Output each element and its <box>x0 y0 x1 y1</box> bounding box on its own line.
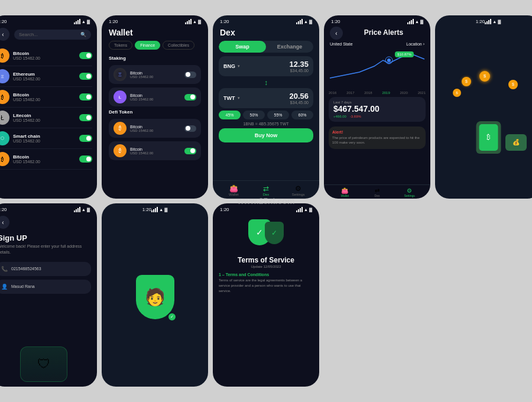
token-chevron-1: ▾ <box>238 64 240 69</box>
bottom-nav-dex: 👛 Wallet ⇄ Dex ⚙ Settings <box>213 180 319 199</box>
back-button-pa[interactable]: ‹ <box>330 27 343 40</box>
battery-icon-5: ▓ <box>498 20 501 24</box>
battery-icon-3: ▓ <box>309 20 312 24</box>
token-row-1[interactable]: BNG ▾ 12.35 $34,45.00 <box>219 56 313 76</box>
nav-dex-pa[interactable]: ⇄ Dex <box>361 187 394 197</box>
defi-toggle-1[interactable] <box>184 125 196 132</box>
staking-item-2[interactable]: Ł Bitcoin USD 15462.00 <box>109 87 201 106</box>
toggle-2[interactable] <box>79 73 92 80</box>
chart-price-tag: $10.87% <box>395 51 414 57</box>
toggle-6[interactable] <box>79 155 92 163</box>
tab-collectibles[interactable]: Collectibles <box>163 41 194 50</box>
percent-55[interactable]: 55% <box>267 111 289 119</box>
coin-usd-4: USD 15462.00 <box>13 118 76 122</box>
signal-2 <box>185 19 192 24</box>
back-button-signup[interactable]: ‹ <box>0 216 9 229</box>
coin-name-2: Ethereum <box>13 72 76 77</box>
defi-item-1[interactable]: ₿ Bitcoin USD 15462.00 <box>109 119 201 138</box>
phone-input-icon: 📞 <box>1 266 8 272</box>
coin-fly-1: $ <box>462 77 471 86</box>
shield-2: ✓ <box>265 222 284 244</box>
coin-fly-4: $ <box>508 80 518 89</box>
tab-finance[interactable]: Finance <box>135 41 160 50</box>
search-bar[interactable]: Search... 🔍 <box>14 30 91 40</box>
location-label: United State <box>330 42 353 46</box>
list-item[interactable]: Ł Litecoin USD 15462.00 <box>0 108 92 128</box>
list-item[interactable]: Ξ Ethereum USD 15462.00 <box>0 66 92 87</box>
b1 <box>407 22 408 24</box>
status-icons-7: ▲ ▓ <box>151 207 167 212</box>
coin-fly-3: $ <box>479 71 490 82</box>
token-usd-2: $34,45.00 <box>289 100 309 105</box>
wifi-icon-7: ▲ <box>159 208 163 212</box>
defi-info-1: Bitcoin USD 15462.00 <box>130 125 181 132</box>
exchange-button[interactable]: Exchange <box>266 41 313 53</box>
year-2020: 2020 <box>400 91 408 95</box>
settings-label-pa: Settings <box>393 194 426 197</box>
search-icon: 🔍 <box>80 32 86 37</box>
percent-45[interactable]: 45% <box>219 111 241 119</box>
back-button-1[interactable]: ‹ <box>0 28 9 41</box>
buy-now-button[interactable]: Buy Now <box>219 128 313 142</box>
list-item[interactable]: ₿ Bitcoin USD 15462.00 <box>0 149 92 170</box>
b1 <box>485 22 486 24</box>
coin-fly-2: $ <box>453 89 461 97</box>
staking-toggle-1[interactable] <box>184 72 196 78</box>
toggle-1[interactable] <box>79 52 92 59</box>
change-negative: -3.69% <box>350 115 361 118</box>
percent-60[interactable]: 60% <box>291 111 313 119</box>
token-row-2[interactable]: TWT ▾ 20.56 $34,45.00 <box>219 88 313 108</box>
location-button[interactable]: Location › <box>406 42 424 46</box>
coin-usd-2: USD 15462.00 <box>13 77 76 81</box>
alert-label: Alert! <box>332 130 422 134</box>
signup-illustration: 🛡 <box>20 346 67 382</box>
phone-input-field[interactable]: 📞 0215468524563 <box>0 262 91 276</box>
status-icons-2: ▲ ▓ <box>185 19 201 24</box>
coin-name-3: Bitcoin <box>13 92 76 98</box>
b1 <box>74 210 75 212</box>
defi-item-2[interactable]: ₿ Bitcoin USD 15462.00 <box>109 141 201 160</box>
b3 <box>77 208 79 212</box>
b2 <box>409 21 410 24</box>
nav-wallet[interactable]: 👛 Wallet <box>218 184 250 196</box>
wifi-icon-5: ▲ <box>492 20 497 24</box>
status-bar-7: 1:20 ▲ ▓ <box>135 203 175 213</box>
splash-illustration: $ $ $ $ ₿ 💰 <box>450 71 527 154</box>
dex-title: Dex <box>213 25 319 41</box>
list-item[interactable]: ₿ Bitcoin USD 15462.00 <box>0 87 92 108</box>
name-input-field[interactable]: 👤 Masud Rana <box>0 280 91 294</box>
year-2017: 2017 <box>346 91 354 95</box>
defi-symbol-1: ₿ <box>119 125 121 131</box>
percent-50[interactable]: 50% <box>243 111 265 119</box>
phone-input-value: 0215468524563 <box>11 267 41 271</box>
price-alerts-header: ‹ Price Alerts <box>324 25 430 41</box>
phone-signup: 1:20 ▲ ▓ ‹ Sign UP Welcome back! Please … <box>0 203 97 387</box>
defi-toggle-2[interactable] <box>184 148 196 154</box>
btc-icon-1: ₿ <box>0 48 9 63</box>
status-bar-6: 1:20 ▲ ▓ <box>0 203 97 213</box>
staking-section-title: Staking <box>102 54 208 63</box>
staking-name-2: Bitcoin <box>130 93 181 98</box>
list-item[interactable]: ₿ Bitcoin USD 15462.00 <box>0 46 92 66</box>
token-chevron-2: ▾ <box>238 96 240 100</box>
staking-item-1[interactable]: Ξ Bitcoin USD 15462.00 <box>109 65 201 84</box>
settings-nav-label: Settings <box>282 193 314 196</box>
wifi-icon-3: ▲ <box>304 20 308 24</box>
toggle-5[interactable] <box>79 135 92 142</box>
alert-text: The price of petroleum products are expe… <box>332 135 422 145</box>
signal-3 <box>296 19 303 24</box>
year-2019[interactable]: 2019 <box>382 91 390 95</box>
nav-wallet-pa[interactable]: 👛 Wallet <box>329 187 361 197</box>
list-item[interactable]: ⬡ Smart chain USD 15462.00 <box>0 128 92 149</box>
nav-dex[interactable]: ⇄ Dex <box>250 184 283 196</box>
toggle-3[interactable] <box>79 93 92 100</box>
staking-toggle-2[interactable] <box>184 94 196 100</box>
nav-settings-pa[interactable]: ⚙ Settings <box>393 187 426 197</box>
toggle-4[interactable] <box>79 114 92 121</box>
swap-button[interactable]: Swap <box>219 41 266 53</box>
main-shield: 🧑 ✓ <box>136 275 174 319</box>
tab-tokens[interactable]: Tokens <box>109 41 132 50</box>
svg-point-0 <box>387 59 391 62</box>
nav-settings[interactable]: ⚙ Settings <box>282 184 314 196</box>
wifi-icon-8: ▲ <box>304 208 308 212</box>
